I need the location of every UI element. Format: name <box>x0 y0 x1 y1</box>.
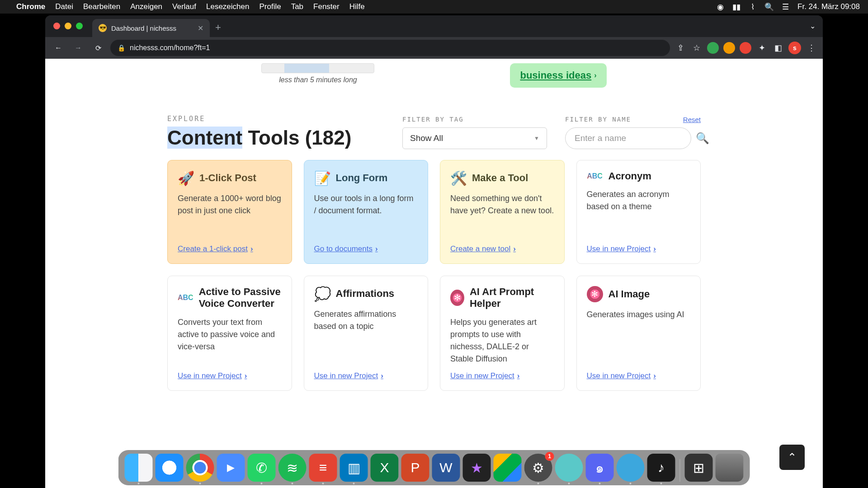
filter-by-name-label: FILTER BY NAME <box>565 116 701 123</box>
extensions-puzzle-icon[interactable]: ✦ <box>756 43 768 53</box>
extension-icon-2[interactable] <box>723 42 735 54</box>
dock-separator <box>680 459 680 482</box>
profile-avatar[interactable]: s <box>788 42 801 54</box>
dock-launchpad[interactable]: ⊞ <box>685 454 713 482</box>
dock-todoist[interactable]: ≡ <box>309 454 337 482</box>
tab-favicon-icon: 😎 <box>99 24 107 32</box>
tag-filter-value: Show All <box>410 133 443 143</box>
address-bar[interactable]: 🔒 nichesss.com/home?ft=1 <box>110 40 670 56</box>
dock-whatsapp[interactable]: ✆ <box>248 454 276 482</box>
nav-back-button[interactable]: ← <box>51 40 66 56</box>
card-1-click-post[interactable]: 🚀 1-Click Post Generate a 1000+ word blo… <box>167 160 292 264</box>
card-title: Affirmations <box>336 288 395 300</box>
card-description: Use our tools in a long form / document … <box>314 192 418 238</box>
status-control-center-icon[interactable]: ☰ <box>781 3 789 11</box>
dock-discord[interactable]: ๑ <box>586 454 614 482</box>
business-ideas-link[interactable]: business ideas <box>520 70 591 81</box>
dock-app-blue[interactable] <box>617 454 645 482</box>
window-close-button[interactable] <box>53 23 60 29</box>
lock-icon: 🔒 <box>118 44 125 52</box>
card-title: AI Art Prompt Helper <box>470 286 554 310</box>
card-ai-art-prompt[interactable]: ✻ AI Art Prompt Helper Helps you generat… <box>440 276 565 391</box>
reset-link[interactable]: Reset <box>683 116 701 123</box>
card-action-link[interactable]: Use in new Project› <box>587 371 691 380</box>
dock-excel[interactable]: X <box>371 454 399 482</box>
menu-verlauf[interactable]: Verlauf <box>172 2 196 11</box>
dock-zoom[interactable]: ▶ <box>217 454 245 482</box>
status-wifi-icon[interactable]: ⌇ <box>749 3 757 11</box>
menu-bearbeiten[interactable]: Bearbeiten <box>83 2 120 11</box>
browser-toolbar: ← → ⟳ 🔒 nichesss.com/home?ft=1 ⇪ ☆ ✦ ◧ s… <box>45 37 823 59</box>
window-minimize-button[interactable] <box>65 23 71 29</box>
tab-close-icon[interactable]: ✕ <box>198 24 203 33</box>
nav-forward-button[interactable]: → <box>71 40 86 56</box>
card-affirmations[interactable]: 💭 Affirmations Generates affirmations ba… <box>304 276 429 391</box>
share-icon[interactable]: ⇪ <box>675 43 686 53</box>
new-tab-button[interactable]: + <box>215 22 221 33</box>
filter-by-name-block: Reset FILTER BY NAME 🔍 <box>565 116 701 149</box>
dock-trello[interactable]: ▥ <box>340 454 368 482</box>
menu-anzeigen[interactable]: Anzeigen <box>130 2 162 11</box>
card-make-a-tool[interactable]: 🛠️ Make a Tool Need something we don't h… <box>440 160 565 264</box>
browser-tab[interactable]: 😎 Dashboard | nichesss ✕ <box>92 19 210 37</box>
nav-reload-button[interactable]: ⟳ <box>90 40 106 56</box>
extension-icon-1[interactable] <box>707 42 719 54</box>
dock-word[interactable]: W <box>432 454 460 482</box>
tag-filter-select[interactable]: Show All ▼ <box>402 127 547 149</box>
dock-app-dark[interactable]: ♪ <box>647 454 675 482</box>
card-action-link[interactable]: Use in new Project› <box>314 371 418 380</box>
window-maximize-button[interactable] <box>76 23 83 29</box>
menubar-app-name[interactable]: Chrome <box>16 2 45 11</box>
bookmark-star-icon[interactable]: ☆ <box>691 43 703 53</box>
page-title: Content Tools (182) <box>167 127 384 149</box>
menubar-clock[interactable]: Fr. 24. März 09:08 <box>797 2 860 11</box>
menu-lesezeichen[interactable]: Lesezeichen <box>206 2 249 11</box>
card-active-passive[interactable]: ABC Active to Passive Voice Converter Co… <box>167 276 292 391</box>
card-action-link[interactable]: Use in new Project› <box>587 244 691 253</box>
card-action-link[interactable]: Use in new Project› <box>178 371 282 380</box>
tab-dropdown-icon[interactable]: ⌄ <box>810 22 816 30</box>
menu-tab[interactable]: Tab <box>291 2 303 11</box>
extension-icon-3[interactable] <box>740 42 751 54</box>
dock-chrome[interactable] <box>186 454 214 482</box>
video-thumbnail[interactable] <box>261 63 374 73</box>
menu-hilfe[interactable]: Hilfe <box>349 2 365 11</box>
card-title: Active to Passive Voice Converter <box>199 286 282 310</box>
chevron-right-icon: › <box>653 371 656 380</box>
chrome-menu-icon[interactable]: ⋮ <box>806 43 817 53</box>
dock-trash[interactable] <box>716 454 744 482</box>
tool-cards-grid: 🚀 1-Click Post Generate a 1000+ word blo… <box>167 160 701 391</box>
card-action-link[interactable]: Create a new tool› <box>450 244 554 253</box>
menu-fenster[interactable]: Fenster <box>313 2 340 11</box>
dock-imovie[interactable]: ★ <box>463 454 491 482</box>
macos-menubar: Chrome Datei Bearbeiten Anzeigen Verlauf… <box>0 0 868 14</box>
card-action-link[interactable]: Go to documents› <box>314 244 418 253</box>
dock-drive[interactable] <box>494 454 522 482</box>
dock-settings[interactable]: ⚙1 <box>524 454 552 482</box>
menu-datei[interactable]: Datei <box>55 2 73 11</box>
card-action-link[interactable]: Create a 1-click post› <box>178 244 282 253</box>
sidepanel-icon[interactable]: ◧ <box>772 43 784 53</box>
chevron-right-icon: › <box>381 371 383 380</box>
name-filter-input[interactable] <box>565 127 691 149</box>
status-search-icon[interactable]: 🔍 <box>765 3 773 11</box>
search-icon[interactable]: 🔍 <box>696 132 709 145</box>
dock-finder[interactable] <box>125 454 153 482</box>
status-record-icon[interactable]: ◉ <box>716 3 724 11</box>
dock-spotify[interactable]: ≋ <box>278 454 307 482</box>
card-description: Generates images using AI <box>587 309 691 365</box>
dock-app-teal[interactable] <box>555 454 583 482</box>
menu-profile[interactable]: Profile <box>259 2 281 11</box>
business-ideas-card[interactable]: business ideas › <box>510 63 606 88</box>
card-acronym[interactable]: ABC Acronym Generates an acronym based o… <box>576 160 701 264</box>
dock-safari[interactable] <box>156 454 184 482</box>
card-title: Long Form <box>336 172 388 184</box>
card-title: Make a Tool <box>472 172 528 184</box>
status-battery-icon[interactable]: ▮▮ <box>732 3 741 11</box>
card-long-form[interactable]: 📝 Long Form Use our tools in a long form… <box>304 160 429 264</box>
dock-powerpoint[interactable]: P <box>401 454 429 482</box>
window-controls <box>53 23 83 29</box>
card-action-link[interactable]: Use in new Project› <box>450 371 554 380</box>
card-ai-image[interactable]: ✻ AI Image Generates images using AI Use… <box>576 276 701 391</box>
scroll-to-top-button[interactable]: ⌃ <box>779 445 805 470</box>
